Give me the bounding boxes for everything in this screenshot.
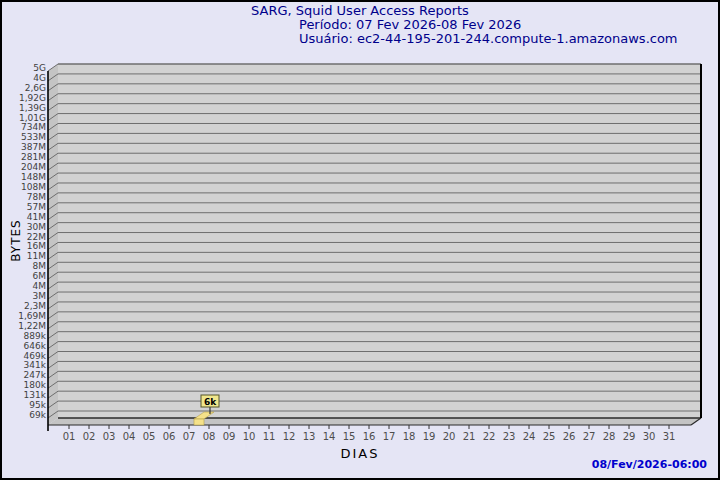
y-tick-label: 8M [33, 261, 47, 271]
y-tick-label: 131k [24, 390, 47, 400]
y-tick-label: 1,92G [19, 93, 46, 103]
x-tick-label: 31 [663, 431, 676, 442]
y-tick-label: 69k [29, 410, 46, 420]
x-tick-label: 21 [463, 431, 476, 442]
y-tick-label: 1,22M [18, 321, 46, 331]
chart-plot-area [58, 64, 701, 418]
x-tick-label: 02 [83, 431, 96, 442]
report-user: Usuário: ec2-44-195-201-244.compute-1.am… [299, 32, 678, 46]
report-title: SARG, Squid User Access Reports [0, 4, 720, 18]
y-tick-label: 4G [33, 73, 46, 83]
y-tick-label: 180k [24, 380, 47, 390]
y-tick-label: 204M [21, 162, 46, 172]
x-tick-label: 17 [383, 431, 396, 442]
y-tick-label: 281M [21, 152, 46, 162]
generation-timestamp: 08/Fev/2026-06:00 [592, 458, 707, 471]
y-tick-label: 30M [27, 222, 46, 232]
x-tick-label: 24 [523, 431, 536, 442]
x-tick-label: 18 [403, 431, 416, 442]
y-tick-label: 1,01G [19, 113, 46, 123]
y-tick-label: 734M [21, 122, 46, 132]
y-tick-label: 41M [27, 212, 46, 222]
x-tick-label: 27 [583, 431, 596, 442]
y-tick-label: 2,6G [25, 83, 46, 93]
y-tick-label: 95k [29, 400, 46, 410]
x-tick-label: 30 [643, 431, 656, 442]
x-tick-label: 29 [623, 431, 636, 442]
bytes-per-day-chart: 5G4G2,6G1,92G1,39G1,01G734M533M387M281M2… [0, 0, 720, 480]
y-tick-label: 4M [33, 281, 47, 291]
y-tick-label: 247k [24, 370, 47, 380]
chart-left-wall [48, 64, 58, 425]
x-tick-label: 07 [183, 431, 196, 442]
y-tick-label: 387M [21, 142, 46, 152]
x-tick-label: 10 [243, 431, 256, 442]
x-tick-label: 14 [323, 431, 336, 442]
x-tick-label: 12 [283, 431, 296, 442]
x-tick-label: 03 [103, 431, 116, 442]
x-tick-label: 06 [163, 431, 176, 442]
x-tick-label: 26 [563, 431, 576, 442]
sarg-report-page: { "header": { "title": "SARG, Squid User… [0, 0, 720, 480]
x-tick-label: 15 [343, 431, 356, 442]
x-tick-label: 25 [543, 431, 556, 442]
y-tick-label: 6M [33, 271, 47, 281]
x-tick-label: 28 [603, 431, 616, 442]
y-tick-label: 646k [24, 341, 47, 351]
x-tick-label: 23 [503, 431, 516, 442]
y-tick-label: 11M [27, 251, 46, 261]
y-tick-label: 5G [33, 63, 46, 73]
x-tick-label: 01 [63, 431, 76, 442]
x-tick-label: 08 [203, 431, 216, 442]
x-tick-label: 11 [263, 431, 276, 442]
x-tick-label: 13 [303, 431, 316, 442]
x-tick-label: 22 [483, 431, 496, 442]
y-tick-label: 533M [21, 132, 46, 142]
data-bar-front [194, 419, 204, 425]
report-period: Período: 07 Fev 2026-08 Fev 2026 [299, 18, 521, 32]
x-tick-label: 05 [143, 431, 156, 442]
x-tick-label: 19 [423, 431, 436, 442]
y-tick-label: 1,39G [19, 103, 46, 113]
y-tick-label: 469k [24, 351, 47, 361]
y-tick-label: 341k [24, 360, 47, 370]
y-tick-label: 57M [27, 202, 46, 212]
y-tick-label: 22M [27, 232, 46, 242]
y-tick-label: 78M [27, 192, 46, 202]
chart-floor [48, 418, 701, 425]
x-tick-label: 04 [123, 431, 136, 442]
value-label: 6k [204, 397, 217, 407]
y-tick-label: 148M [21, 172, 46, 182]
y-tick-label: 3M [33, 291, 47, 301]
x-tick-label: 20 [443, 431, 456, 442]
y-tick-label: 889k [24, 331, 47, 341]
y-tick-label: 16M [27, 241, 46, 251]
x-tick-label: 09 [223, 431, 236, 442]
x-tick-label: 16 [363, 431, 376, 442]
y-axis-title: BYTES [9, 207, 24, 275]
y-tick-label: 2,3M [24, 301, 46, 311]
y-tick-label: 1,69M [18, 311, 46, 321]
y-tick-label: 108M [21, 182, 46, 192]
